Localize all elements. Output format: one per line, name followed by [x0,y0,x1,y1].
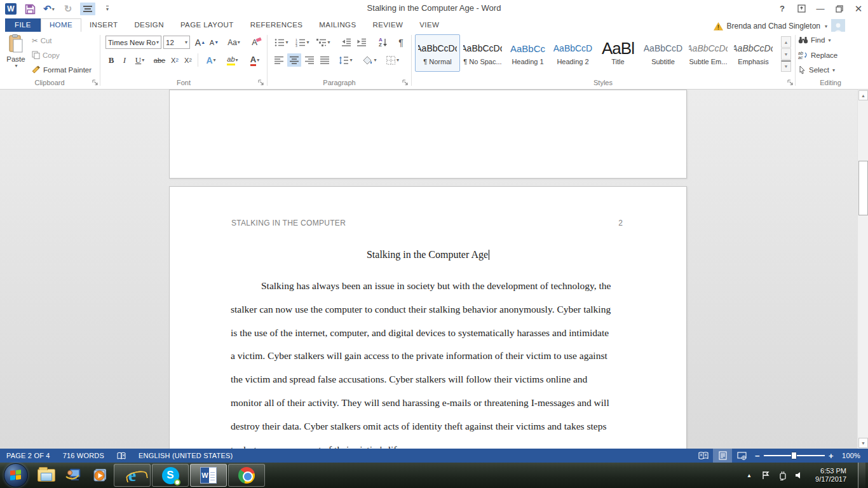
redo-button[interactable]: ↻ [61,3,75,15]
style-subtle-emphasis[interactable]: AaBbCcDc Subtle Em... [686,34,731,72]
copy-button[interactable]: Copy [32,51,60,59]
styles-scroll-up-button[interactable]: ▲ [781,36,791,48]
underline-button[interactable]: U▾ [132,53,148,67]
document-title-line[interactable]: Stalking in the Computer Age [170,249,686,261]
subscript-button[interactable]: X2 [168,53,181,67]
justify-button[interactable] [318,53,332,67]
taskbar-chrome-button[interactable] [228,464,265,487]
taskbar-explorer-button[interactable] [33,463,60,488]
body-line[interactable]: a victim. Cyber stalkers will gain acces… [231,350,628,362]
shading-button[interactable]: ▾ [360,53,380,67]
tab-home[interactable]: HOME [41,18,81,32]
text-effects-button[interactable]: A▾ [202,53,220,67]
taskbar-skype-button[interactable]: S [152,464,189,487]
avatar[interactable] [831,19,845,33]
body-line[interactable]: the victim and spread false accusations.… [231,374,628,385]
volume-speaker-icon[interactable] [794,470,804,480]
body-line[interactable]: is the use of the internet, computer, an… [231,327,628,339]
zoom-slider[interactable] [764,449,825,463]
minimize-button[interactable]: — [811,0,830,17]
decrease-indent-button[interactable] [339,36,353,49]
touch-mouse-mode-button[interactable] [80,3,95,15]
tab-mailings[interactable]: MAILINGS [311,18,364,32]
font-name-combobox[interactable]: Times New Ro ▾ [105,36,161,49]
undo-button[interactable]: ↶▾ [42,3,56,15]
scroll-up-button[interactable]: ▲ [858,90,868,100]
bullets-button[interactable]: ▾ [272,36,291,49]
align-left-button[interactable] [272,53,286,67]
undo-dropdown-icon[interactable]: ▾ [52,6,55,12]
paste-button[interactable]: Paste ▾ [4,34,28,83]
italic-button[interactable]: I [119,53,130,67]
borders-button[interactable]: ▾ [383,53,403,67]
print-layout-button[interactable] [713,449,732,463]
body-line[interactable]: to destroy every aspect of their victim'… [231,444,628,449]
page-indicator[interactable]: PAGE 2 OF 4 [0,449,57,463]
taskbar-internet-explorer-button[interactable]: e [114,464,151,487]
superscript-button[interactable]: X2 [182,53,194,67]
tab-view[interactable]: VIEW [411,18,447,32]
increase-indent-button[interactable] [355,36,369,49]
customize-qat-button[interactable]: ▾ [100,3,114,15]
start-button[interactable] [4,463,28,487]
word-count[interactable]: 716 WORDS [57,449,111,463]
font-color-button[interactable]: A▾ [245,53,264,67]
grow-font-button[interactable]: A▲ [194,36,207,49]
show-desktop-button[interactable] [858,463,865,488]
save-icon[interactable] [23,3,37,15]
scrollbar-thumb[interactable] [858,161,868,215]
find-button[interactable]: Find▾ [798,36,831,44]
zoom-percentage[interactable]: 100% [837,452,868,459]
shrink-font-button[interactable]: A▼ [208,36,220,49]
page-number[interactable]: 2 [618,219,623,227]
style-emphasis[interactable]: AaBbCcDc Emphasis [731,34,776,72]
style-subtitle[interactable]: AaBbCcD Subtitle [641,34,686,72]
body-line[interactable]: monitor all of their activity. They will… [231,397,628,409]
replace-button[interactable]: ab ac Replace [798,51,837,59]
strikethrough-button[interactable]: abe [151,53,168,67]
highlight-color-button[interactable]: ab▾ [222,53,243,67]
help-button[interactable]: ? [773,0,792,17]
tab-insert[interactable]: INSERT [81,18,126,32]
body-line[interactable]: destroy their data. Cyber stalkers omit … [231,421,628,432]
close-button[interactable]: ✕ [849,0,868,17]
taskbar-user-app-button[interactable] [60,463,86,488]
cut-button[interactable]: ✂ Cut [32,36,52,45]
align-center-button[interactable] [287,53,301,67]
proofing-status[interactable] [111,449,132,463]
clear-formatting-button[interactable]: A [249,36,264,49]
sort-button[interactable]: AZ [375,36,391,49]
align-right-button[interactable] [302,53,316,67]
tab-design[interactable]: DESIGN [126,18,172,32]
zoom-in-button[interactable]: + [825,451,837,461]
bold-button[interactable]: B [105,53,118,67]
ribbon-display-options-button[interactable] [792,0,811,17]
paragraph-dialog-launcher[interactable] [402,79,409,86]
restore-button[interactable] [830,0,849,17]
change-case-button[interactable]: Aa▾ [224,36,244,49]
styles-more-button[interactable]: ▼ [781,60,791,72]
running-head[interactable]: STALKING IN THE COMPUTER [231,219,346,227]
scroll-down-button[interactable]: ▼ [858,438,868,448]
page-1-bottom[interactable] [169,90,687,179]
style-heading-2[interactable]: AaBbCcD Heading 2 [550,34,595,72]
line-spacing-button[interactable]: ▾ [336,53,356,67]
zoom-out-button[interactable]: − [751,451,764,461]
vertical-scrollbar[interactable]: ⌃ ▲ ▼ [857,90,868,449]
web-layout-button[interactable] [732,449,751,463]
zoom-slider-thumb[interactable] [791,452,797,459]
style-normal[interactable]: AaBbCcDc ¶ Normal [415,34,460,72]
read-mode-button[interactable] [694,449,713,463]
tray-hidden-icons-button[interactable]: ▲ [744,470,754,480]
styles-scroll-down-button[interactable]: ▼ [781,48,791,60]
body-line[interactable]: Stalking has always been an issue in soc… [231,280,628,292]
tab-review[interactable]: REVIEW [365,18,412,32]
taskbar-media-player-button[interactable] [86,463,113,488]
tab-page-layout[interactable]: PAGE LAYOUT [172,18,242,32]
styles-dialog-launcher[interactable] [787,79,794,86]
page-2[interactable]: STALKING IN THE COMPUTER 2 Stalking in t… [169,186,687,449]
tab-references[interactable]: REFERENCES [242,18,311,32]
multilevel-list-button[interactable]: ▾ [314,36,333,49]
style-title[interactable]: AaBl Title [595,34,641,72]
font-size-combobox[interactable]: 12 ▾ [163,36,190,49]
